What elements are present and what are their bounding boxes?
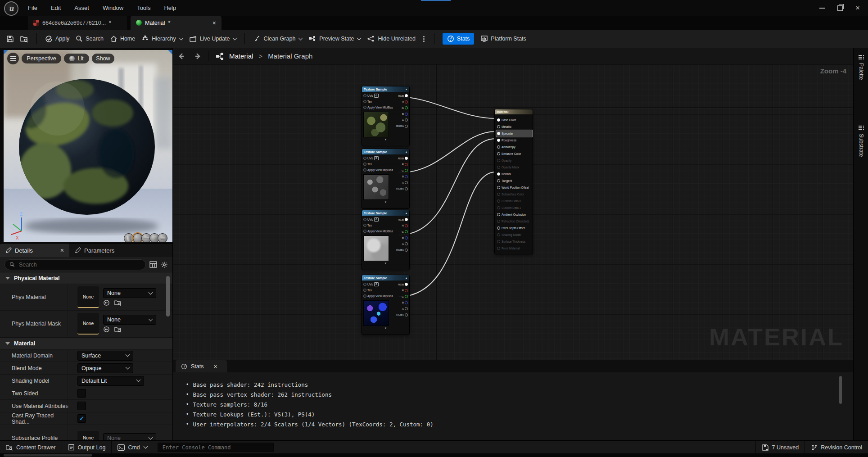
preview-state-button[interactable]: Preview State [308, 35, 361, 42]
output-pin-b[interactable]: B [402, 111, 408, 118]
close-icon[interactable]: × [855, 4, 860, 12]
output-pin-rgba[interactable]: RGBA [396, 123, 408, 130]
output-log-button[interactable]: Output Log [62, 441, 112, 454]
menu-tools[interactable]: Tools [137, 5, 150, 11]
preview-shape-cylinder-button[interactable] [124, 233, 134, 242]
material-pin[interactable]: Opacity [496, 157, 533, 164]
output-pin-rgba[interactable]: RGBA [396, 312, 408, 318]
menu-file[interactable]: File [28, 5, 37, 11]
output-pin-r[interactable]: R [402, 223, 408, 229]
stats-scrollbar[interactable] [839, 376, 842, 404]
output-pin-b[interactable]: B [402, 174, 408, 180]
menu-edit[interactable]: Edit [51, 5, 61, 11]
node-header[interactable]: Texture Sample ▲ [362, 275, 409, 281]
output-pin-a[interactable]: A [402, 180, 408, 186]
output-pin-rgba[interactable]: RGBA [396, 186, 408, 192]
texture-sample-node[interactable]: Texture Sample ▲UVs0TexApply View MipBia… [362, 275, 410, 335]
texture-sample-node[interactable]: Texture Sample ▲UVs0TexApply View MipBia… [362, 210, 410, 270]
unsaved-assets-button[interactable]: 7 Unsaved [756, 441, 805, 454]
menu-help[interactable]: Help [164, 5, 176, 11]
output-pin-r[interactable]: R [402, 99, 408, 105]
viewport-menu-icon[interactable] [7, 53, 19, 64]
search-button[interactable]: Search [76, 35, 104, 42]
section-material[interactable]: Material [0, 337, 172, 349]
console-command-box[interactable] [158, 443, 274, 452]
show-button[interactable]: Show [92, 54, 114, 63]
output-pin-b[interactable]: B [402, 300, 408, 306]
breadcrumb-material[interactable]: Material [229, 52, 253, 60]
input-pin[interactable]: Apply View MipBias [363, 293, 393, 299]
two-sided-checkbox[interactable]: ✓ [77, 389, 86, 398]
material-pin[interactable]: Roughness [496, 137, 533, 144]
output-pin-r[interactable]: R [402, 162, 408, 168]
input-pin[interactable]: Tex [363, 161, 393, 167]
save-button[interactable] [6, 35, 14, 43]
gear-icon[interactable] [161, 261, 168, 268]
input-pin[interactable]: Tex [363, 99, 393, 104]
more-options-icon[interactable] [422, 36, 426, 42]
close-tab-icon[interactable]: × [212, 19, 216, 27]
clean-graph-button[interactable]: Clean Graph [253, 35, 302, 42]
browse-icon[interactable] [114, 326, 122, 333]
cast-ray-traced-shadows-checkbox[interactable]: ✓ [77, 414, 86, 423]
material-pin[interactable]: Pixel Depth Offset [496, 225, 533, 231]
material-pin[interactable]: Front Material [496, 245, 533, 252]
texture-thumbnail[interactable] [363, 174, 389, 200]
revision-control-button[interactable]: Revision Control [805, 441, 868, 454]
breadcrumb-material-graph[interactable]: Material Graph [268, 52, 312, 60]
material-pin[interactable]: Specular [496, 130, 533, 137]
close-icon[interactable]: × [60, 247, 64, 254]
platform-stats-button[interactable]: Platform Stats [480, 35, 526, 42]
search-box[interactable] [5, 259, 146, 270]
cmd-selector[interactable]: Cmd [112, 441, 153, 454]
texture-thumbnail[interactable] [363, 235, 389, 261]
material-pin[interactable]: Metallic [496, 123, 533, 130]
texture-thumbnail[interactable] [363, 300, 389, 326]
console-command-input[interactable] [162, 444, 270, 451]
material-pin[interactable]: Base Color [496, 117, 533, 123]
menu-window[interactable]: Window [103, 5, 123, 11]
browse-icon[interactable] [114, 299, 122, 306]
input-pin[interactable]: Apply View MipBias [363, 104, 393, 110]
material-pin[interactable]: Anisotropy [496, 144, 533, 150]
phys-material-thumbnail[interactable]: None [77, 286, 99, 308]
material-result-node[interactable]: Material Base ColorMetallicSpecularRough… [494, 109, 533, 254]
input-pin[interactable]: Apply View MipBias [363, 228, 393, 234]
output-pin-rgb[interactable]: RGB [398, 281, 408, 288]
section-physical-material[interactable]: Physical Material [0, 272, 172, 284]
collapse-icon[interactable]: ▲ [405, 276, 407, 279]
tab-details[interactable]: Details × [0, 244, 69, 257]
lit-mode-button[interactable]: Lit [64, 54, 89, 63]
material-pin[interactable]: World Position Offset [496, 184, 533, 191]
expand-icon[interactable]: ▼ [362, 326, 409, 331]
material-pin[interactable]: Normal [496, 171, 533, 177]
stats-toggle-button[interactable]: Stats [443, 33, 475, 45]
input-pin[interactable]: UVs0 [363, 155, 393, 161]
material-pin[interactable]: Refraction (Disabled) [496, 218, 533, 225]
preview-shape-custom-button[interactable] [158, 233, 167, 242]
blend-mode-dropdown[interactable]: Opaque [77, 363, 133, 373]
content-drawer-button[interactable]: Content Drawer [0, 441, 62, 454]
output-pin-rgb[interactable]: RGB [398, 217, 408, 223]
node-header[interactable]: Texture Sample ▲ [362, 149, 409, 154]
output-pin-g[interactable]: G [402, 229, 408, 235]
output-pin-rgb[interactable]: RGB [398, 155, 408, 162]
use-selected-icon[interactable] [103, 299, 110, 306]
subsurface-profile-dropdown[interactable]: None [103, 433, 156, 441]
live-update-button[interactable]: Live Update [189, 35, 237, 42]
input-pin[interactable]: UVs0 [363, 217, 393, 222]
collapse-icon[interactable]: ▲ [405, 212, 407, 214]
output-pin-a[interactable]: A [402, 306, 408, 312]
node-header[interactable]: Material [495, 109, 533, 114]
input-pin[interactable]: Tex [363, 222, 393, 228]
use-selected-icon[interactable] [103, 326, 110, 333]
material-domain-dropdown[interactable]: Surface [77, 351, 133, 361]
menu-asset[interactable]: Asset [74, 5, 89, 11]
back-icon[interactable] [178, 53, 187, 59]
material-pin[interactable]: Shading Model [496, 231, 533, 238]
output-pin-g[interactable]: G [402, 105, 408, 111]
restore-icon[interactable] [837, 5, 843, 11]
texture-sample-node[interactable]: Texture Sample ▲UVs0TexApply View MipBia… [362, 149, 410, 209]
tab-palette[interactable]: Palette [854, 52, 868, 80]
texture-sample-node[interactable]: Texture Sample ▲UVs0TexApply View MipBia… [362, 86, 410, 146]
